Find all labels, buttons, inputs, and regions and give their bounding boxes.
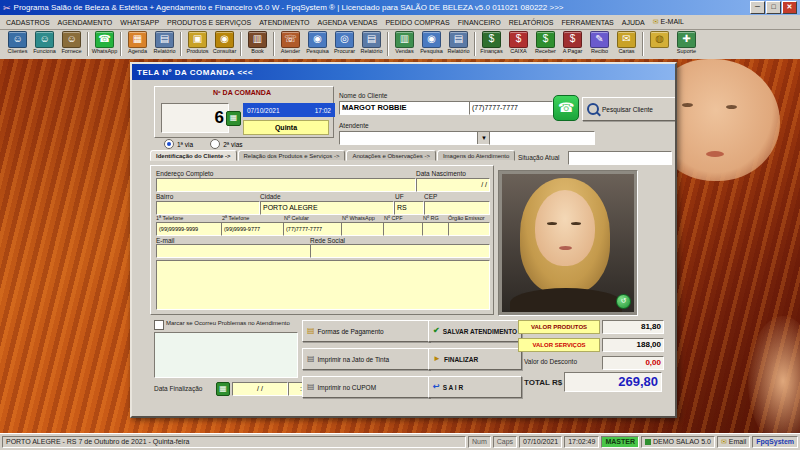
via2-radio[interactable] (210, 139, 220, 149)
client-name-field[interactable]: MARGOT ROBBIE (339, 101, 471, 115)
problema-checkbox[interactable] (154, 320, 164, 330)
imprimir-jato-button[interactable]: ▤ Imprimir na Jato de Tinta (302, 348, 430, 370)
toolbar-fornecedores[interactable]: ☺Fornece (58, 31, 85, 54)
toolbar-vendas[interactable]: ▥Vendas (391, 31, 418, 54)
total-label: TOTAL R$ (524, 378, 562, 387)
problema-notes-area[interactable] (154, 332, 298, 378)
menu-item-cadastros[interactable]: CADASTROS (2, 19, 54, 26)
cep-field[interactable] (424, 201, 490, 215)
tel2-label: 2ª Telefone (222, 215, 249, 221)
exit-icon: ↩ (433, 383, 440, 391)
tab-imagens[interactable]: Imagens do Atendimento (437, 150, 515, 161)
search-client-button[interactable]: Pesquisar Cliente (582, 97, 675, 121)
toolbar-pesquisa-atendimento[interactable]: ◉Pesquisa (304, 31, 331, 54)
status-bar: PORTO ALEGRE - RS 7 de Outubro de 2021 -… (0, 433, 800, 450)
cpf-field[interactable] (383, 222, 424, 236)
menu-item-relatorios[interactable]: RELATÓRIOS (505, 19, 558, 26)
nascimento-field[interactable]: / / (416, 178, 490, 192)
bairro-field[interactable] (156, 201, 260, 215)
tab-anotacoes[interactable]: Anotações e Observações -> (346, 150, 436, 161)
menu-item-produtos-servicos[interactable]: PRODUTOS E SERVIÇOS (163, 19, 255, 26)
toolbar-relatorio-vendas[interactable]: ▤Relatório (445, 31, 472, 54)
toolbar-clientes[interactable]: ☺Clientes (4, 31, 31, 54)
observacoes-area[interactable] (156, 260, 490, 310)
photo-refresh-button[interactable]: ↺ (616, 294, 631, 309)
menu-item-ferramentas[interactable]: FERRAMENTAS (557, 19, 617, 26)
endereco-field[interactable] (156, 178, 416, 192)
toolbar-recibo[interactable]: ✎Recibo (586, 31, 613, 54)
toolbar-atender[interactable]: ☏Atender (277, 31, 304, 54)
orgao-field[interactable] (448, 222, 490, 236)
cep-label: CEP (424, 193, 437, 200)
menu-item-atendimento[interactable]: ATENDIMENTO (255, 19, 313, 26)
finalizar-button[interactable]: ► FINALIZAR (428, 348, 522, 370)
desktop-wallpaper: TELA Nº DA COMANDA <<< Nº DA COMANDA 6 ▦… (0, 59, 800, 436)
toolbar-financas[interactable]: $Finanças (478, 31, 505, 54)
client-phone-field[interactable]: (77)7777-7777 (469, 101, 553, 115)
toolbar-cartas[interactable]: ✉Cartas (613, 31, 640, 54)
email-field[interactable] (156, 244, 312, 258)
data-finalizacao-field[interactable]: / / (232, 382, 288, 396)
maximize-button[interactable]: □ (766, 1, 781, 14)
whatsapp-button[interactable]: ☎ (553, 95, 579, 121)
comanda-window: TELA Nº DA COMANDA <<< Nº DA COMANDA 6 ▦… (130, 62, 677, 418)
attendant-combo[interactable]: ▼ (339, 131, 491, 145)
toolbar-book[interactable]: ▥Book (244, 31, 271, 54)
minimize-button[interactable]: ─ (750, 1, 765, 14)
menu-item-agendamento[interactable]: AGENDAMENTO (54, 19, 117, 26)
support-icon: ✚ (677, 31, 696, 48)
celular-field[interactable]: (77)7777-7777 (283, 222, 343, 236)
toolbar-moedas[interactable]: ◍ (646, 31, 673, 48)
report-icon: ▤ (449, 31, 468, 48)
coins-icon: ◍ (650, 31, 669, 48)
rg-field[interactable] (422, 222, 450, 236)
close-button[interactable]: ✕ (782, 1, 797, 14)
tab-identificacao[interactable]: Identificação do Cliente -> (150, 150, 237, 161)
toolbar-receber[interactable]: $Receber (532, 31, 559, 54)
toolbar-agenda[interactable]: ▦Agenda (124, 31, 151, 54)
calendar-icon[interactable]: ▦ (226, 111, 241, 126)
toolbar-funcionarios[interactable]: ☺Funciona (31, 31, 58, 54)
via1-radio[interactable] (164, 139, 174, 149)
toolbar-consultar[interactable]: ◉Consultar (211, 31, 238, 54)
attendant-extra-field[interactable] (489, 131, 595, 145)
tel1-field[interactable]: (99)99999-9999 (156, 222, 224, 236)
whatsapp-num-field[interactable] (341, 222, 385, 236)
comanda-window-titlebar[interactable]: TELA Nº DA COMANDA <<< (132, 64, 675, 80)
comanda-number: 6 (161, 103, 229, 133)
sair-button[interactable]: ↩ S A I R (428, 376, 522, 398)
menu-item-ajuda[interactable]: AJUDA (618, 19, 649, 26)
toolbar-procurar[interactable]: ◎Procurar (331, 31, 358, 54)
rede-field[interactable] (310, 244, 490, 258)
uf-field[interactable]: RS (394, 201, 424, 215)
toolbar-caixa[interactable]: $CAIXA (505, 31, 532, 54)
status-email[interactable]: ✉ Email (717, 436, 750, 448)
tel2-field[interactable]: (99)9999-9777 (221, 222, 285, 236)
cidade-field[interactable]: PORTO ALEGRE (260, 201, 394, 215)
status-caps: Caps (493, 436, 517, 448)
toolbar-pesquisa-vendas[interactable]: ◉Pesquisa (418, 31, 445, 54)
orgao-label: Órgão Emissor (448, 215, 485, 221)
situacao-field[interactable] (568, 151, 672, 165)
imprimir-cupom-button[interactable]: ▤ Imprimir no CUPOM (302, 376, 430, 398)
toolbar-a-pagar[interactable]: $A Pagar (559, 31, 586, 54)
comanda-time: 17:02 (315, 107, 331, 114)
salvar-atendimento-button[interactable]: ✔ SALVAR ATENDIMENTO (428, 320, 522, 342)
toolbar-relatorio-agenda[interactable]: ▤Relatório (151, 31, 178, 54)
money-icon: ▤ (307, 327, 315, 335)
toolbar-whatsapp[interactable]: ☎WhatsApp (91, 31, 118, 54)
menu-item-financeiro[interactable]: FINANCEIRO (454, 19, 505, 26)
toolbar-produtos[interactable]: ▣Produtos (184, 31, 211, 54)
menu-item-email[interactable]: ✉E-MAIL (649, 18, 688, 26)
cidade-label: Cidade (260, 193, 281, 200)
tab-produtos-servicos[interactable]: Relação dos Produtos e Serviços -> (238, 150, 346, 161)
toolbar-relatorio-atendimento[interactable]: ▤Relatório (358, 31, 385, 54)
menu-item-whatsapp[interactable]: WHATSAPP (116, 19, 163, 26)
calendar-icon[interactable]: ▦ (216, 382, 230, 396)
search-icon: ◉ (422, 31, 441, 48)
toolbar-suporte[interactable]: ✚Suporte (673, 31, 700, 54)
formas-pagamento-button[interactable]: ▤ Formas de Pagamento (302, 320, 430, 342)
menu-item-agenda-vendas[interactable]: AGENDA VENDAS (314, 19, 382, 26)
photo-lips (559, 246, 572, 250)
menu-item-pedido-compras[interactable]: PEDIDO COMPRAS (381, 19, 453, 26)
